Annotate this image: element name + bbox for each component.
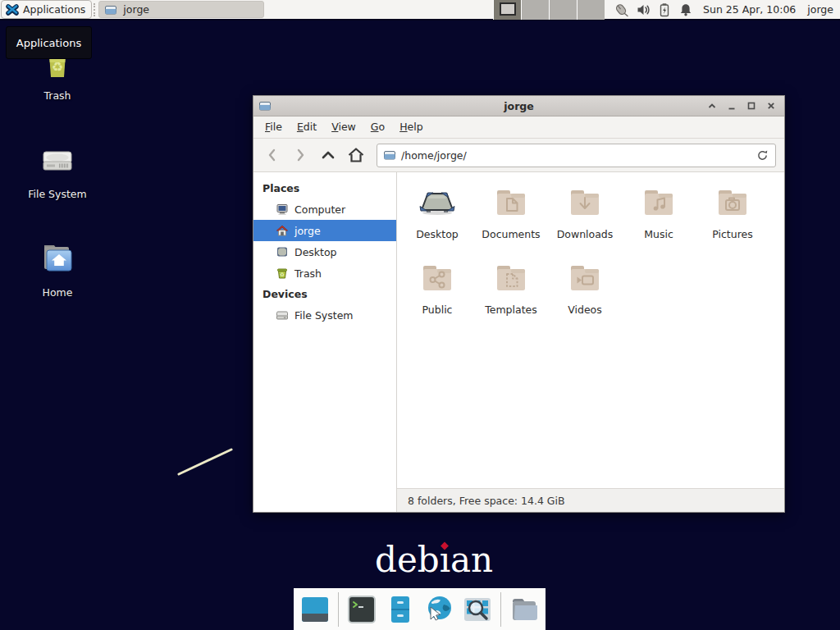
dock-separator xyxy=(338,592,339,627)
panel-handle xyxy=(94,3,97,16)
home-button[interactable] xyxy=(344,144,368,167)
minimize-button[interactable] xyxy=(725,100,737,112)
videos-folder-icon xyxy=(565,258,605,298)
file-item-label: Desktop xyxy=(400,228,474,240)
music-folder-icon xyxy=(639,183,678,222)
close-button[interactable] xyxy=(765,100,777,112)
sidebar-item-computer[interactable]: Computer xyxy=(253,199,396,220)
statusbar: 8 folders, Free space: 14.4 GiB xyxy=(397,488,784,512)
file-item-public[interactable]: Public xyxy=(400,258,474,329)
window-title: jorge xyxy=(253,100,784,112)
home-folder-icon xyxy=(38,238,77,277)
sidebar-item-label: Computer xyxy=(294,203,345,216)
file-item-music[interactable]: Music xyxy=(622,183,696,253)
menu-edit[interactable]: Edit xyxy=(290,116,324,138)
notification-bell-icon[interactable] xyxy=(678,2,693,17)
file-item-label: Public xyxy=(400,304,474,316)
location-folder-icon xyxy=(383,148,396,162)
up-icon xyxy=(318,145,338,165)
computer-icon xyxy=(276,203,289,216)
file-item-templates[interactable]: Templates xyxy=(474,258,548,329)
show-desktop-button[interactable] xyxy=(299,594,331,625)
downloads-folder-icon xyxy=(565,183,605,222)
workspace-4[interactable] xyxy=(577,0,605,20)
sidebar-item-trash[interactable]: ♻ Trash xyxy=(253,262,396,284)
sidebar-item-label: Desktop xyxy=(294,246,337,258)
terminal-launcher[interactable] xyxy=(346,594,377,625)
sidebar-item-desktop[interactable]: Desktop xyxy=(253,241,396,262)
desktop-scribble-line xyxy=(172,443,241,482)
file-item-label: Pictures xyxy=(696,228,769,240)
sidebar: Places Computer jorge xyxy=(253,172,397,512)
workspace-1[interactable] xyxy=(493,0,521,20)
xfce-logo-icon xyxy=(6,3,19,16)
desktop-icon-label: Trash xyxy=(18,89,97,102)
sidebar-item-label: File System xyxy=(294,309,354,322)
applications-tooltip: Applications xyxy=(6,26,92,59)
location-path[interactable]: /home/jorge/ xyxy=(401,149,751,162)
applications-menu-label: Applications xyxy=(23,3,85,16)
location-bar[interactable]: /home/jorge/ xyxy=(377,144,776,167)
desktop-icon-filesystem[interactable]: File System xyxy=(18,139,97,200)
sidebar-header-places: Places xyxy=(253,178,396,199)
file-item-documents[interactable]: Documents xyxy=(474,183,548,253)
maximize-button[interactable] xyxy=(745,100,757,112)
svg-text:♻: ♻ xyxy=(52,59,63,75)
file-manager-launcher[interactable] xyxy=(385,594,416,625)
desktop-icon xyxy=(276,245,289,258)
menu-go[interactable]: Go xyxy=(363,116,392,138)
panel-clock[interactable]: Sun 25 Apr, 10:06 xyxy=(703,3,796,16)
tooltip-text: Applications xyxy=(16,37,81,49)
up-button[interactable] xyxy=(316,144,340,167)
workspace-3[interactable] xyxy=(549,0,577,20)
trash-icon: ♻ xyxy=(276,267,289,280)
file-view[interactable]: Desktop Documents Downloads xyxy=(397,172,784,488)
desktop-item-icon xyxy=(418,183,457,222)
top-panel: Applications jorge xyxy=(0,0,840,21)
web-browser-launcher[interactable] xyxy=(423,594,454,625)
file-item-videos[interactable]: Videos xyxy=(548,258,622,329)
file-item-downloads[interactable]: Downloads xyxy=(548,183,622,253)
forward-icon xyxy=(290,145,310,165)
sidebar-item-filesystem[interactable]: File System xyxy=(253,304,396,326)
panel-user-button[interactable]: jorge xyxy=(807,3,833,16)
application-finder-launcher[interactable] xyxy=(462,594,493,625)
dock xyxy=(294,588,546,630)
taskbar-window-label: jorge xyxy=(123,3,149,16)
documents-folder-icon xyxy=(491,183,531,222)
folder-icon xyxy=(104,3,117,16)
statusbar-text: 8 folders, Free space: 14.4 GiB xyxy=(408,495,565,507)
file-item-pictures[interactable]: Pictures xyxy=(696,183,769,253)
toolbar: /home/jorge/ xyxy=(253,139,784,172)
system-tray xyxy=(613,2,693,18)
desktop-icon-home[interactable]: Home xyxy=(18,238,97,299)
menu-view[interactable]: View xyxy=(324,116,363,138)
menu-file[interactable]: File xyxy=(258,116,290,138)
drive-icon xyxy=(276,308,289,322)
taskbar-window-button[interactable]: jorge xyxy=(98,1,264,18)
file-item-desktop[interactable]: Desktop xyxy=(400,183,474,253)
back-button[interactable] xyxy=(260,144,285,167)
volume-icon[interactable] xyxy=(636,2,651,17)
titlebar[interactable]: jorge xyxy=(253,96,784,116)
svg-text:♻: ♻ xyxy=(280,272,285,278)
battery-icon[interactable] xyxy=(657,2,672,17)
menu-help[interactable]: Help xyxy=(392,116,431,138)
desktop-icon-label: Home xyxy=(18,286,97,299)
shade-button[interactable] xyxy=(705,100,718,112)
harddrive-icon xyxy=(38,139,77,179)
workspace-2[interactable] xyxy=(521,0,549,20)
workspace-window-thumbnail xyxy=(500,2,516,16)
sidebar-item-jorge[interactable]: jorge xyxy=(253,220,396,241)
forward-button[interactable] xyxy=(288,144,313,167)
file-item-label: Videos xyxy=(548,304,622,316)
pictures-folder-icon xyxy=(713,183,752,222)
file-item-label: Documents xyxy=(474,228,548,240)
applications-menu-button[interactable]: Applications xyxy=(1,0,92,19)
desktop-icon-label: File System xyxy=(18,188,97,200)
file-item-label: Templates xyxy=(474,304,548,316)
mouse-icon[interactable] xyxy=(613,2,629,18)
directory-menu-button[interactable] xyxy=(509,594,540,625)
home-icon xyxy=(346,145,366,165)
reload-icon[interactable] xyxy=(756,148,769,162)
